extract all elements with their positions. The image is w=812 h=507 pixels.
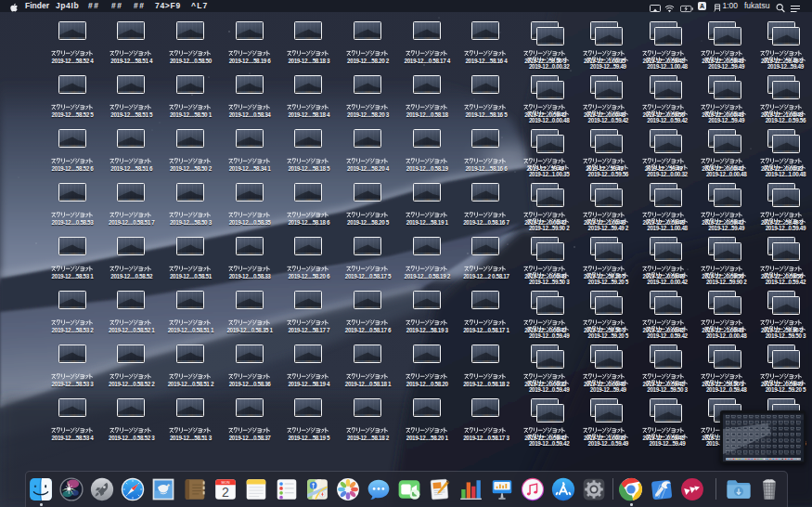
svg-text:MON: MON xyxy=(221,479,229,484)
svg-text:2: 2 xyxy=(222,485,229,500)
